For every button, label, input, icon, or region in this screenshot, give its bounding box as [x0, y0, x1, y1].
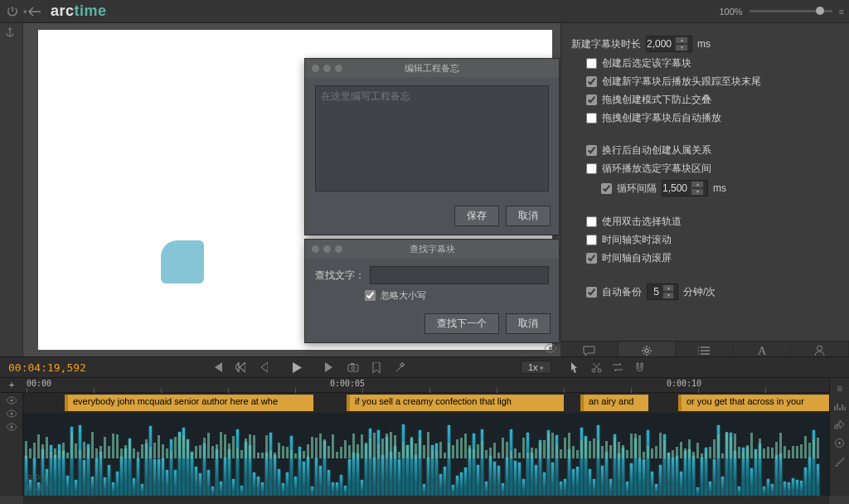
timeline-ruler[interactable]: + 00:00 0:00:05 0:00:10	[0, 378, 829, 393]
opt-follow-to-end[interactable]	[586, 76, 597, 87]
wand-icon[interactable]	[388, 357, 411, 377]
subtitle-block[interactable]: or you get that across in your	[678, 395, 829, 411]
skip-back-icon[interactable]	[206, 357, 229, 377]
opt-autosave[interactable]	[586, 287, 597, 298]
add-track-icon[interactable]: +	[0, 380, 23, 390]
zoom-slider-handle[interactable]	[816, 7, 824, 15]
subtitle-block[interactable]: if you sell a creamy confection that lig…	[347, 395, 564, 411]
new-block-length-label: 新建字幕块时长	[571, 37, 641, 51]
level-up-icon[interactable]	[834, 419, 845, 429]
wave-icon[interactable]	[834, 403, 846, 411]
find-dialog-title: 查找字幕块	[305, 243, 559, 255]
autosave-label: 自动备份	[602, 285, 642, 299]
memo-dialog-titlebar[interactable]: 编辑工程备忘	[305, 59, 559, 77]
find-next-button[interactable]: 查找下一个	[424, 313, 499, 334]
opt-autoplay-after-drag-label: 拖拽创建字幕块后自动播放	[602, 111, 721, 125]
opt-auto-child-on-break[interactable]	[586, 145, 597, 156]
cut-tool-icon[interactable]	[586, 362, 606, 373]
zoom-control[interactable]: 100% ≡	[719, 7, 844, 17]
power-icon[interactable]	[5, 4, 20, 19]
opt-realtime-scroll[interactable]	[586, 235, 597, 245]
svg-point-10	[10, 425, 12, 428]
find-input[interactable]	[370, 266, 549, 284]
preview-rounded-panel	[121, 76, 325, 297]
memo-textarea[interactable]	[315, 85, 549, 191]
main: 编辑工程备忘 保存 取消 查找字幕块 查找文字：	[0, 23, 849, 356]
back-arrow-icon[interactable]	[27, 4, 42, 19]
skip-forward-icon[interactable]	[318, 357, 342, 377]
camera-icon[interactable]	[342, 357, 365, 377]
memo-dialog-title: 编辑工程备忘	[305, 62, 559, 75]
svg-point-9	[10, 412, 12, 414]
save-button[interactable]: 保存	[454, 206, 499, 226]
opt-auto-scroll-label: 时间轴自动滚屏	[602, 251, 672, 265]
playback-rate[interactable]: 1x	[521, 361, 551, 374]
visibility-icon[interactable]	[544, 343, 557, 353]
frame-back-icon[interactable]	[252, 357, 275, 377]
waveform[interactable]: RIP 1R13.15	[23, 413, 829, 496]
opt-select-after-create-label: 创建后选定该字幕块	[602, 56, 691, 70]
subtitle-block[interactable]: an airy and	[580, 395, 648, 411]
loop-interval-input[interactable]: 1,500 ▴▾	[662, 180, 708, 196]
play-icon[interactable]	[285, 357, 308, 377]
ruler-ticks: 00:00 0:00:05 0:00:10	[23, 378, 829, 392]
magnet-tool-icon[interactable]	[629, 362, 649, 373]
svg-point-6	[592, 369, 595, 372]
stepper-down-icon[interactable]: ▾	[675, 44, 688, 51]
opt-select-after-create[interactable]	[586, 58, 597, 69]
app-logo: arctime	[51, 2, 107, 20]
svg-point-8	[10, 399, 12, 401]
find-dialog-titlebar[interactable]: 查找字幕块	[305, 240, 559, 258]
svg-rect-3	[348, 365, 358, 371]
opt-autoplay-after-drag[interactable]	[586, 113, 597, 124]
stepper-up-icon[interactable]: ▴	[691, 181, 704, 188]
opt-prevent-overlap[interactable]	[586, 94, 597, 105]
track-visibility-icon[interactable]	[6, 423, 17, 431]
opt-auto-scroll[interactable]	[586, 253, 597, 264]
subtitle-track[interactable]: everybody john mcquaid senior author her…	[23, 395, 829, 411]
track-rail	[0, 393, 23, 496]
ignore-case-label: 忽略大小写	[381, 289, 426, 302]
bars-icon[interactable]: ≡	[837, 383, 842, 395]
opt-auto-child-on-break-label: 换行后自动创建从属关系	[602, 143, 711, 158]
stepper-up-icon[interactable]: ▴	[675, 36, 688, 44]
topbar: ▾ arctime 100% ≡	[0, 0, 849, 23]
new-block-length-input[interactable]: 2,000 ▴▾	[646, 36, 692, 52]
track-visibility-icon[interactable]	[6, 410, 17, 418]
stairs-icon[interactable]	[834, 457, 845, 467]
stepper-down-icon[interactable]: ▾	[691, 188, 704, 196]
step-back-icon[interactable]	[229, 357, 252, 377]
opt-loop-interval-enable[interactable]	[601, 183, 612, 194]
cancel-button[interactable]: 取消	[506, 206, 551, 226]
opt-dbl-click-track-label: 使用双击选择轨道	[602, 215, 682, 229]
zoom-slider[interactable]	[750, 10, 832, 12]
track-visibility-icon[interactable]	[6, 396, 17, 405]
opt-prevent-overlap-label: 拖拽创建模式下防止交叠	[602, 93, 711, 107]
ruler-tick: 00:00	[27, 379, 51, 388]
ruler-tick: 0:00:05	[330, 379, 365, 388]
svg-point-12	[838, 442, 841, 444]
left-rail	[0, 23, 23, 356]
find-cancel-button[interactable]: 取消	[506, 313, 551, 334]
stepper-down-icon[interactable]: ▾	[662, 292, 674, 299]
stepper-up-icon[interactable]: ▴	[662, 284, 674, 292]
svg-point-4	[352, 366, 355, 370]
find-dialog: 查找字幕块 查找文字： 忽略大小写 查找下一个 取消	[304, 239, 560, 343]
autosave-input[interactable]: 5 ▴▾	[647, 284, 678, 300]
zoom-chevrons-icon[interactable]: ≡	[839, 7, 844, 17]
svg-point-7	[598, 369, 601, 372]
unit-ms: ms	[713, 182, 726, 194]
ignore-case-checkbox[interactable]	[365, 290, 376, 301]
subtitle-block[interactable]: everybody john mcquaid senior author her…	[65, 395, 313, 411]
opt-dbl-click-track[interactable]	[586, 216, 597, 227]
bookmark-icon[interactable]	[365, 357, 388, 377]
target-icon[interactable]	[834, 438, 845, 448]
svg-rect-5	[351, 363, 354, 365]
tracks[interactable]: everybody john mcquaid senior author her…	[23, 393, 829, 496]
cursor-tool-icon[interactable]	[565, 361, 585, 373]
swap-tool-icon[interactable]	[608, 362, 628, 372]
anchor-icon[interactable]	[4, 27, 19, 41]
timeline-scrollbar[interactable]	[23, 496, 829, 504]
opt-loop-selected[interactable]	[586, 163, 597, 174]
transport-bar: 00:04:19,592 1x	[0, 356, 849, 378]
